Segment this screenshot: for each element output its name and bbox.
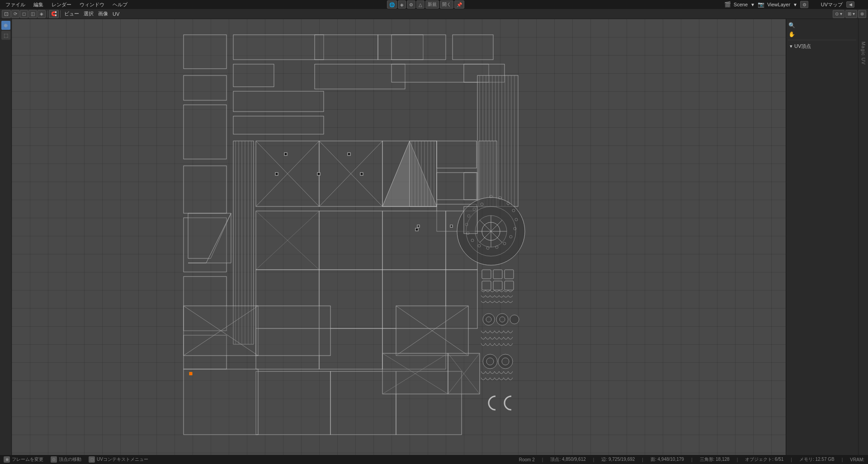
svg-rect-73 <box>382 211 446 270</box>
svg-rect-3 <box>233 35 324 60</box>
header-icon-1[interactable]: 🌐 <box>387 0 397 9</box>
svg-rect-2 <box>184 105 226 159</box>
svg-point-130 <box>500 317 505 322</box>
svg-rect-146 <box>189 372 192 375</box>
memory-info: メモリ: 12.57 GB <box>799 456 835 463</box>
uv-toolbar: ⊡ ⟳ ◻ ◫ ◈ 🧲 ビュー 選択 画像 UV ⊙ ▾ ⊞ ▾ ⊗ <box>0 9 868 19</box>
scene-dropdown[interactable]: ▼ <box>750 2 755 7</box>
face-info: 面: 4,948/10,179 <box>651 456 684 463</box>
view-menu[interactable]: ビュー <box>62 10 81 17</box>
separator7: | <box>842 457 843 462</box>
svg-rect-7 <box>315 35 378 60</box>
context-icon: ◻ <box>89 456 95 463</box>
svg-rect-95 <box>415 228 418 231</box>
menu-edit[interactable]: 編集 <box>30 0 47 9</box>
separator6: | <box>791 457 792 462</box>
status-bar: ⏺ フレームを変更 ⊙ 頂点の移動 ◻ UVコンテキストメニュー Room 2 … <box>0 455 868 464</box>
open-button[interactable]: 開く <box>440 0 453 9</box>
viewlayer-dropdown[interactable]: ▼ <box>793 2 797 7</box>
frame-icon: ⏺ <box>4 456 10 463</box>
proportional-btn[interactable]: ⊗ <box>858 10 866 18</box>
svg-rect-4 <box>233 64 274 87</box>
magic-uv-text: Magic UV <box>861 42 866 65</box>
frame-change-item: ⏺ フレームを変更 <box>4 456 43 463</box>
uv-vertices-chevron[interactable]: ▾ <box>790 43 793 49</box>
svg-point-128 <box>486 317 491 322</box>
menu-file[interactable]: ファイル <box>2 0 29 9</box>
scene-viewlayer-area: 🎬 Scene ▼ 📷 ViewLayer ▼ ⚙ <box>721 0 812 9</box>
svg-rect-125 <box>493 281 502 290</box>
svg-point-131 <box>510 315 519 324</box>
uv-vertices-section: ▾ UV頂点 <box>788 40 856 51</box>
svg-rect-144 <box>417 225 420 227</box>
separator3: | <box>642 457 643 462</box>
svg-rect-59 <box>360 173 363 175</box>
cursor-tool[interactable]: ⊕ <box>1 21 10 30</box>
svg-rect-48 <box>410 141 437 206</box>
sep1 <box>47 10 47 18</box>
frame-label: フレームを変更 <box>12 456 43 463</box>
viewlayer-icon: 📷 <box>758 1 764 8</box>
pin-button[interactable]: 📌 <box>454 0 464 9</box>
svg-point-133 <box>486 358 494 365</box>
scene-settings-btn[interactable]: ⚙ <box>800 1 808 8</box>
menu-help[interactable]: ヘルプ <box>109 0 131 9</box>
scene-label[interactable]: Scene <box>734 2 748 7</box>
magnet-btn[interactable]: 🧲 <box>49 10 59 18</box>
svg-rect-60 <box>437 141 476 168</box>
vram-info: VRAM: <box>850 457 864 462</box>
svg-rect-123 <box>505 270 514 279</box>
svg-point-135 <box>502 358 509 365</box>
svg-rect-58 <box>317 173 320 175</box>
uv-sync-btn[interactable]: ⟳ <box>11 10 19 18</box>
separator2: | <box>593 457 594 462</box>
svg-rect-136 <box>464 173 477 200</box>
new-button[interactable]: 新規 <box>425 0 439 9</box>
svg-rect-72 <box>319 211 382 270</box>
svg-rect-88 <box>256 371 330 435</box>
vertex-label: 頂点の移動 <box>59 456 81 463</box>
uv-menu[interactable]: UV <box>111 11 121 17</box>
separator5: | <box>737 457 738 462</box>
svg-rect-45 <box>348 153 350 155</box>
separator4: | <box>691 457 693 462</box>
header-icon-3[interactable]: ⚙ <box>407 0 415 9</box>
overlay-btn[interactable]: ◫ <box>28 10 37 18</box>
svg-rect-126 <box>505 281 514 290</box>
menu-window[interactable]: ウィンドウ <box>76 0 108 9</box>
svg-rect-10 <box>392 35 446 60</box>
select-box-tool[interactable]: ⬚ <box>1 31 10 40</box>
svg-rect-63 <box>479 141 497 206</box>
uv-editor-viewport[interactable] <box>12 19 858 455</box>
svg-rect-137 <box>464 206 477 234</box>
svg-rect-121 <box>482 270 491 279</box>
image-menu[interactable]: 画像 <box>96 10 110 17</box>
search-icon[interactable]: 🔍 <box>788 22 795 29</box>
header-icon-2[interactable]: ◈ <box>398 0 406 9</box>
pivot-dropdown[interactable]: ⊙ ▾ <box>833 10 844 18</box>
svg-rect-91 <box>184 369 258 435</box>
header-icon-4[interactable]: △ <box>416 0 425 9</box>
uv-vertices-title: ▾ UV頂点 <box>788 42 856 51</box>
snap-dropdown[interactable]: ⊞ ▾ <box>845 10 857 18</box>
viewlayer-label[interactable]: ViewLayer <box>767 2 790 7</box>
context-menu-label: UVコンテキストメニュー <box>97 456 148 463</box>
hand-icon[interactable]: ✋ <box>788 31 795 38</box>
onion-btn[interactable]: ◈ <box>38 10 46 18</box>
uv-canvas <box>12 19 858 455</box>
menu-render[interactable]: レンダー <box>48 0 75 9</box>
expand-panel-btn[interactable]: ◀ <box>846 1 854 8</box>
mode-icon[interactable]: ⊡ <box>2 10 11 18</box>
svg-rect-145 <box>450 225 453 227</box>
separator: | <box>542 457 543 462</box>
room-info: Room 2 <box>519 457 535 462</box>
select-menu[interactable]: 選択 <box>82 10 95 17</box>
sep2 <box>60 10 61 18</box>
svg-rect-41 <box>284 153 287 155</box>
right-panel: Magic UV <box>858 19 868 455</box>
svg-rect-5 <box>233 91 324 112</box>
svg-rect-1 <box>184 75 226 100</box>
stretch-btn[interactable]: ◻ <box>20 10 28 18</box>
vertex-move-item: ⊙ 頂点の移動 <box>51 456 81 463</box>
top-menu-bar: ファイル 編集 レンダー ウィンドウ ヘルプ 🌐 ◈ ⚙ △ 新規 開く 📌 🎬… <box>0 0 868 9</box>
